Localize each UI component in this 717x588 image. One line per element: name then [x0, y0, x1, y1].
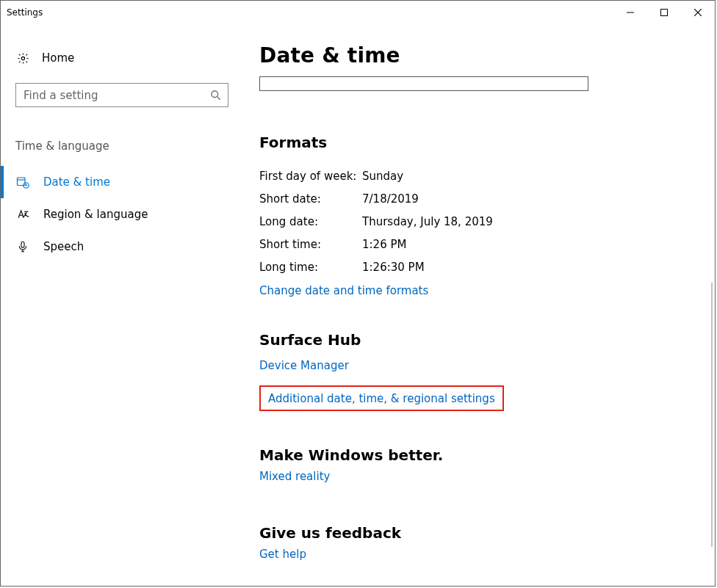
scrollbar[interactable] — [702, 74, 714, 585]
window-controls — [613, 1, 715, 23]
formats-row: Short time: 1:26 PM — [259, 233, 700, 255]
home-label: Home — [42, 51, 74, 65]
search-box[interactable] — [15, 83, 228, 107]
home-nav[interactable]: Home — [15, 42, 221, 74]
formats-row: First day of week: Sunday — [259, 164, 700, 187]
search-input[interactable] — [16, 84, 203, 106]
nav-region-language[interactable]: Region & language — [1, 198, 221, 231]
formats-table: First day of week: Sunday Short date: 7/… — [259, 164, 700, 278]
nav-label: Date & time — [43, 175, 110, 189]
sidebar-nav: Date & time Region & language — [1, 166, 221, 263]
svg-rect-5 — [21, 242, 24, 247]
formats-row: Long date: Thursday, July 18, 2019 — [259, 210, 700, 233]
titlebar: Settings — [1, 1, 715, 24]
formats-value: Thursday, July 18, 2019 — [362, 215, 493, 228]
formats-value: 1:26 PM — [362, 238, 406, 251]
settings-window: Settings Home — [0, 0, 716, 587]
surface-hub-heading: Surface Hub — [259, 331, 700, 349]
microphone-icon — [15, 241, 30, 253]
calendar-clock-icon — [15, 175, 30, 189]
formats-key: Long time: — [259, 261, 362, 274]
scrollbar-thumb[interactable] — [711, 283, 713, 547]
highlight-box: Additional date, time, & regional settin… — [259, 385, 504, 411]
nav-speech[interactable]: Speech — [1, 231, 221, 263]
main-content: Date & time Formats First day of week: S… — [236, 24, 715, 586]
calendar-dropdown[interactable] — [259, 76, 588, 91]
formats-value: 1:26:30 PM — [362, 261, 425, 274]
formats-heading: Formats — [259, 134, 700, 151]
maximize-button[interactable] — [647, 1, 681, 23]
svg-rect-0 — [661, 10, 668, 16]
feedback-heading: Give us feedback — [259, 524, 700, 542]
page-title: Date & time — [259, 43, 700, 68]
window-body: Home Time & language — [1, 24, 715, 586]
svg-point-2 — [211, 91, 217, 98]
mixed-reality-link[interactable]: Mixed reality — [259, 470, 330, 483]
gear-icon — [15, 52, 30, 65]
nav-date-time[interactable]: Date & time — [1, 166, 221, 198]
formats-key: First day of week: — [259, 170, 362, 183]
nav-label: Speech — [43, 240, 84, 253]
sidebar-category: Time & language — [15, 139, 221, 153]
sidebar: Home Time & language — [1, 24, 236, 586]
formats-key: Short time: — [259, 238, 362, 251]
make-better-heading: Make Windows better. — [259, 446, 700, 464]
formats-value: Sunday — [362, 170, 403, 183]
window-title: Settings — [7, 7, 43, 18]
language-icon — [15, 208, 30, 221]
search-icon — [203, 90, 228, 101]
formats-value: 7/18/2019 — [362, 192, 419, 206]
formats-key: Long date: — [259, 215, 362, 228]
formats-key: Short date: — [259, 192, 362, 206]
minimize-button[interactable] — [613, 1, 647, 23]
nav-label: Region & language — [43, 208, 148, 221]
formats-row: Long time: 1:26:30 PM — [259, 255, 700, 278]
formats-row: Short date: 7/18/2019 — [259, 187, 700, 210]
change-formats-link[interactable]: Change date and time formats — [259, 284, 428, 297]
device-manager-link[interactable]: Device Manager — [259, 359, 349, 372]
additional-settings-link[interactable]: Additional date, time, & regional settin… — [268, 392, 495, 405]
get-help-link[interactable]: Get help — [259, 548, 306, 561]
close-button[interactable] — [681, 1, 715, 23]
svg-point-1 — [21, 57, 24, 59]
